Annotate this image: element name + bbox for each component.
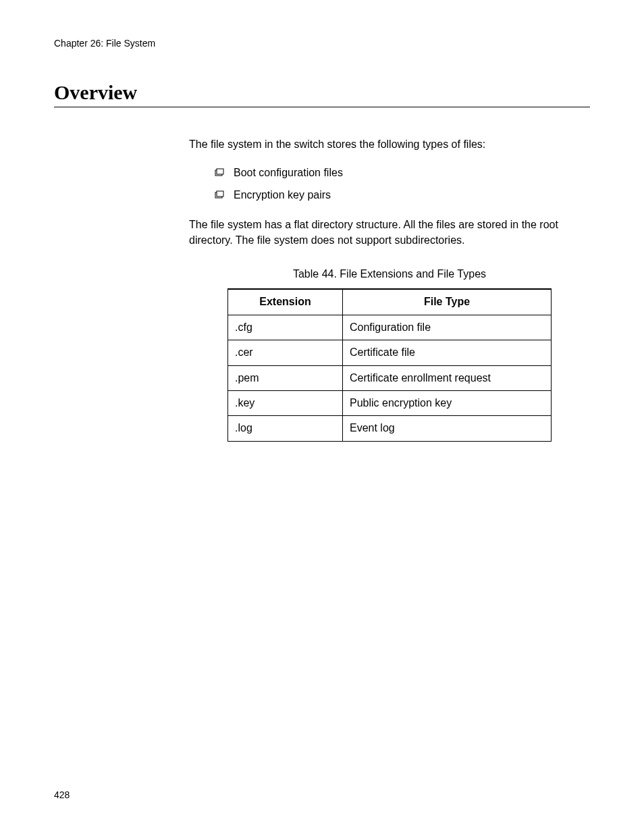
list-item-label: Boot configuration files	[234, 167, 343, 178]
table-header-extension: Extension	[228, 289, 343, 315]
svg-rect-1	[217, 169, 223, 174]
table-cell: Certificate file	[343, 340, 552, 365]
table-row: .log Event log	[228, 416, 552, 441]
file-extensions-table: Extension File Type .cfg Configuration f…	[227, 288, 552, 441]
page-number: 428	[54, 789, 70, 800]
table-cell: .key	[228, 390, 343, 415]
table-row: .cer Certificate file	[228, 340, 552, 365]
chapter-header: Chapter 26: File System	[54, 38, 590, 49]
bullet-list: Boot configuration files Encryption key …	[215, 165, 590, 203]
paragraph: The file system has a flat directory str…	[189, 217, 590, 248]
intro-text: The file system in the switch stores the…	[189, 137, 590, 152]
bullet-icon	[215, 167, 224, 182]
table-cell: Public encryption key	[343, 390, 552, 415]
table-header-filetype: File Type	[343, 289, 552, 315]
section-title: Overview	[54, 81, 590, 107]
table-cell: .cfg	[228, 315, 343, 340]
content-body: The file system in the switch stores the…	[189, 137, 590, 442]
list-item-label: Encryption key pairs	[234, 189, 331, 201]
table-caption: Table 44. File Extensions and File Types	[189, 267, 590, 282]
table-container: Extension File Type .cfg Configuration f…	[216, 288, 563, 441]
table-cell: Certificate enrollment request	[343, 365, 552, 390]
table-row: .cfg Configuration file	[228, 315, 552, 340]
table-cell: Event log	[343, 416, 552, 441]
table-header-row: Extension File Type	[228, 289, 552, 315]
list-item: Encryption key pairs	[215, 188, 590, 203]
table-cell: .pem	[228, 365, 343, 390]
table-cell: .cer	[228, 340, 343, 365]
table-row: .key Public encryption key	[228, 390, 552, 415]
svg-rect-3	[217, 191, 223, 197]
table-cell: Configuration file	[343, 315, 552, 340]
list-item: Boot configuration files	[215, 165, 590, 180]
table-row: .pem Certificate enrollment request	[228, 365, 552, 390]
bullet-icon	[215, 189, 224, 204]
table-cell: .log	[228, 416, 343, 441]
